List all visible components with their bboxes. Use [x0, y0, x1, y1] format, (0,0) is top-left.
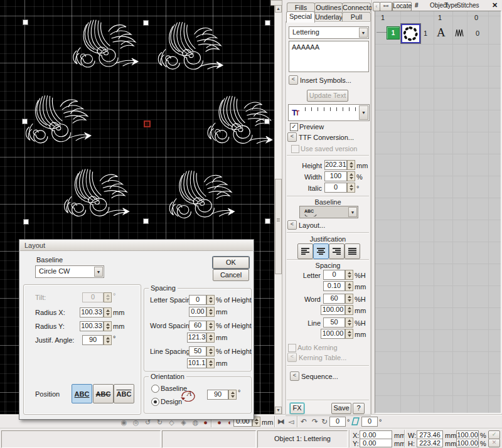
line-spacing-dlg-mm-spin[interactable] — [206, 358, 215, 368]
tab-connectors[interactable]: Connectors — [342, 3, 371, 12]
selection-handle-e[interactable] — [264, 119, 270, 124]
word-spacing-mm-field[interactable]: 100.00 — [321, 305, 345, 315]
layout-expand-icon[interactable]: < — [287, 220, 297, 230]
width-spinner[interactable] — [347, 171, 355, 181]
rotate-ccw-icon[interactable]: ↶ — [299, 417, 308, 426]
w-pct-field[interactable]: 100.00 — [456, 430, 479, 439]
selection-handle-n[interactable] — [143, 20, 149, 26]
scroll-up-icon[interactable]: ▲ — [275, 5, 282, 13]
position-baseline-over-button[interactable]: ABC — [114, 384, 134, 403]
orientation-baseline-radio[interactable] — [151, 385, 159, 393]
layout-dialog[interactable]: Layout Baseline Circle CW ▼ OK Cancel Ti… — [19, 239, 254, 420]
h-pct-field[interactable]: 100.00 — [456, 439, 479, 447]
line-spacing-pct-field[interactable]: 50 — [323, 317, 345, 328]
selection-handle-nw[interactable] — [23, 19, 28, 25]
h-field[interactable]: 223.42 — [417, 439, 443, 447]
close-icon[interactable]: ✕ — [492, 1, 498, 9]
ttf-conversion-button[interactable]: TTF Conversion... — [299, 134, 354, 141]
sequence-button[interactable]: Sequence... — [301, 373, 338, 380]
panel-shrink-icon[interactable]: »« — [380, 2, 392, 11]
fx-button[interactable]: FX — [290, 403, 304, 414]
justify-full-button[interactable] — [344, 243, 360, 259]
tab-fills[interactable]: Fills — [287, 3, 315, 12]
dialog-baseline-select[interactable]: Circle CW ▼ — [35, 265, 104, 278]
tab-special[interactable]: Special — [286, 11, 315, 23]
orientation-angle-spinner[interactable] — [228, 390, 237, 400]
letter-spacing-mm-spinner[interactable] — [345, 281, 353, 291]
skew-icon[interactable] — [351, 417, 360, 425]
selection-handle-w[interactable] — [22, 119, 28, 124]
letter-spacing-pct-field[interactable]: 0 — [323, 270, 345, 280]
baseline-select[interactable]: ABC ▼ — [299, 206, 358, 218]
justify-left-button[interactable] — [297, 243, 313, 259]
rotate-icon[interactable]: ↻ — [321, 417, 328, 426]
sequence-expand-icon[interactable]: < — [290, 371, 299, 381]
lettering-text-input[interactable]: AAAAAA — [289, 41, 369, 72]
letter-spacing-dlg-mm[interactable]: 0.00 — [189, 307, 206, 317]
word-spacing-dlg-pct[interactable]: 60 — [189, 321, 206, 331]
x-field[interactable]: 0.00 — [360, 430, 392, 439]
cancel-button[interactable]: Cancel — [213, 269, 249, 281]
object-thumbnail[interactable] — [401, 24, 420, 43]
ttf-conversion-expand-icon[interactable]: < — [287, 132, 297, 142]
selection-handle-se[interactable] — [265, 218, 270, 224]
tab-underlay[interactable]: Underlay — [314, 12, 343, 21]
dialog-titlebar[interactable]: Layout — [20, 240, 253, 251]
rotate-cw-icon[interactable]: ↷ — [311, 417, 319, 426]
letter-spacing-dlg-pct[interactable]: 0 — [189, 295, 206, 305]
word-spacing-dlg-mm-spin[interactable] — [206, 333, 215, 343]
justif-angle-field[interactable]: 90 — [82, 335, 104, 345]
line-spacing-pct-spinner[interactable] — [345, 317, 353, 328]
radius-y-spinner[interactable] — [104, 321, 112, 331]
chevron-down-icon[interactable]: ▼ — [94, 267, 103, 277]
word-spacing-pct-spinner[interactable] — [345, 294, 353, 304]
position-baseline-middle-button[interactable]: ABC — [93, 384, 114, 403]
chevron-down-icon[interactable]: ▼ — [359, 28, 368, 38]
save-button[interactable]: Save — [331, 403, 351, 414]
line-spacing-mm-spinner[interactable] — [345, 329, 353, 339]
selection-handle-sw[interactable] — [23, 219, 29, 225]
italic-field[interactable]: 0 — [324, 183, 347, 193]
tab-outlines[interactable]: Outlines — [314, 3, 343, 12]
ok-button[interactable]: OK — [213, 257, 249, 269]
flip-horizontal-icon[interactable]: ⧓ — [277, 417, 286, 426]
line-spacing-dlg-mm[interactable]: 101.1 — [187, 358, 206, 368]
word-spacing-dlg-mm[interactable]: 121.3 — [187, 333, 206, 343]
orientation-design-radio[interactable] — [151, 398, 159, 406]
w-field[interactable]: 273.46 — [417, 430, 443, 439]
selection-handle-s[interactable] — [143, 218, 149, 224]
insert-symbols-expand-icon[interactable]: < — [289, 75, 298, 85]
mirror-icon[interactable]: ◅ — [287, 417, 296, 426]
layout-button[interactable]: Layout... — [299, 221, 325, 229]
letter-spacing-dlg-pct-spin[interactable] — [206, 295, 215, 305]
word-spacing-mm-spinner[interactable] — [345, 305, 353, 315]
word-spacing-pct-field[interactable]: 60 — [323, 294, 345, 304]
radius-y-field[interactable]: 100.33 — [80, 321, 104, 331]
height-field[interactable]: 202.31 — [324, 160, 347, 170]
line-spacing-dlg-pct[interactable]: 50 — [189, 346, 206, 356]
skew-angle-field[interactable]: 0 — [361, 417, 378, 427]
radius-x-field[interactable]: 100.33 — [80, 307, 104, 317]
letter-spacing-mm-field[interactable]: 0.10 — [323, 281, 345, 291]
rotation-center-marker[interactable] — [144, 120, 151, 127]
selection-handle-ne[interactable] — [265, 20, 270, 26]
letter-spacing-dlg-mm-spin[interactable] — [206, 307, 215, 317]
locate-button[interactable]: Locate — [392, 2, 412, 11]
line-spacing-mm-field[interactable]: 100.00 — [321, 329, 345, 339]
insert-symbols-button[interactable]: Insert Symbols... — [300, 77, 351, 84]
justify-center-button[interactable] — [313, 243, 329, 259]
height-spinner[interactable] — [347, 160, 355, 170]
rotate-angle-field[interactable]: 0 — [329, 417, 346, 427]
scroll-thumb[interactable] — [275, 179, 282, 274]
justify-right-button[interactable] — [329, 243, 344, 259]
object-list[interactable]: 1 1 0 1 — [375, 11, 501, 413]
scroll-down-icon[interactable]: ▼ — [275, 407, 282, 414]
radius-x-spinner[interactable] — [104, 307, 112, 317]
italic-spinner[interactable] — [347, 183, 355, 193]
thread-color-chip[interactable]: 1 — [387, 26, 400, 40]
orientation-angle-field[interactable]: 90 — [207, 390, 228, 400]
position-baseline-under-button[interactable]: ABC — [72, 384, 92, 403]
chevron-down-icon[interactable]: ▼ — [348, 207, 357, 217]
word-spacing-dlg-pct-spin[interactable] — [206, 321, 215, 331]
tab-pull-comp[interactable]: Pull Comp — [342, 12, 371, 21]
